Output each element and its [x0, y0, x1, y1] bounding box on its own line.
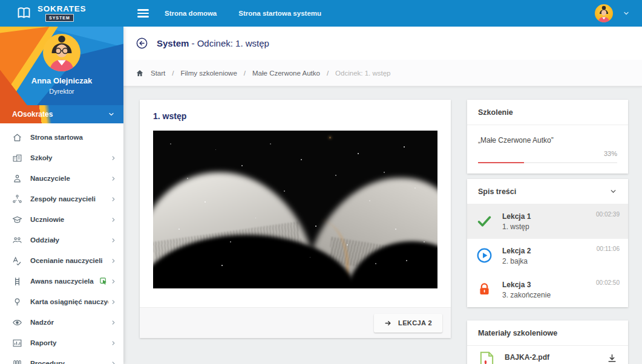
lesson-item-subtitle: 1. wstęp [502, 223, 529, 231]
sidebar-item-karta-osiągnięć-nauczycieli[interactable]: Karta osiągnięć nauczycieli [0, 291, 123, 312]
next-lesson-button[interactable]: LEKCJA 2 [374, 314, 442, 333]
sidebar: Anna Olejniczak Dyrektor AOsokrates Stro… [0, 27, 123, 364]
menu-toggle-button[interactable] [137, 9, 149, 18]
video-sparkle [335, 175, 336, 176]
video-sparkle [424, 241, 425, 242]
sidebar-item-zespoły-nauczycieli[interactable]: Zespoły nauczycieli [0, 189, 123, 209]
columns-icon [12, 359, 22, 364]
sidebar-item-strona-startowa[interactable]: Strona startowa [0, 127, 123, 148]
page-title: System - Odcinek: 1. wstęp [157, 38, 269, 48]
sidebar-item-procedury[interactable]: Procedury [0, 353, 123, 364]
breadcrumb-item[interactable]: Małe Czerwone Autko [252, 70, 320, 77]
video-sparkle [270, 143, 271, 145]
sidebar-item-label: Szkoły [30, 154, 108, 161]
profile-panel: Anna Olejniczak Dyrektor [0, 27, 123, 105]
sidebar-item-awans-nauczyciela[interactable]: Awans nauczyciela [0, 271, 123, 291]
back-icon[interactable] [136, 37, 148, 50]
profile-role: Dyrektor [0, 88, 123, 95]
breadcrumb: Start/Filmy szkoleniowe/Małe Czerwone Au… [123, 60, 642, 86]
chevron-right-icon [111, 217, 116, 223]
app-window: SOKRATES SYSTEM Strona domowaStrona star… [0, 0, 642, 364]
video-player[interactable] [153, 131, 437, 288]
open-book-logo-icon [16, 6, 32, 21]
video-sparkle [404, 146, 405, 148]
profile-avatar[interactable] [43, 34, 80, 71]
video-sparkle [384, 172, 385, 173]
topnav-link[interactable]: Strona startowa systemu [238, 10, 321, 17]
sidebar-item-ocenianie-nauczycieli[interactable]: Ocenianie nauczycieli [0, 250, 123, 271]
lock-icon [476, 281, 493, 297]
team-icon [12, 194, 22, 204]
lesson-item-title: Lekcja 1 [502, 212, 531, 221]
lesson-item-subtitle: 3. zakończenie [502, 291, 551, 299]
brand-name: SOKRATES [38, 5, 86, 13]
video-sparkle [241, 165, 243, 166]
breadcrumb-separator: / [172, 70, 174, 77]
groups-icon [12, 235, 22, 245]
topbar-user-area [595, 4, 642, 22]
chevron-right-icon [111, 340, 116, 346]
check-icon [476, 213, 493, 229]
home-icon[interactable] [136, 69, 144, 77]
chevron-right-icon [111, 361, 116, 364]
toc-lesson-item[interactable]: Lekcja 22. bajka00:11:06 [467, 239, 628, 273]
grading-icon [12, 256, 22, 266]
sidebar-item-label: Uczniowie [30, 216, 108, 223]
sidebar-item-nadzór[interactable]: Nadzór [0, 312, 123, 333]
sidebar-item-raporty[interactable]: Raporty [0, 333, 123, 353]
sidebar-item-label: Ocenianie nauczycieli [30, 257, 108, 264]
sidebar-item-label: Procedury [30, 360, 108, 364]
table-of-contents-card: Spis treści Lekcja 11. wstęp00:02:39Lekc… [467, 179, 628, 307]
lesson-item-duration: 00:02:39 [596, 211, 620, 218]
chevron-down-icon[interactable] [609, 187, 617, 195]
download-icon[interactable] [607, 353, 617, 363]
profile-name: Anna Olejniczak [0, 76, 123, 85]
school-building-icon [12, 153, 22, 163]
topnav-link[interactable]: Strona domowa [165, 10, 217, 17]
toc-lesson-item[interactable]: Lekcja 11. wstęp00:02:39 [467, 204, 628, 239]
user-avatar[interactable] [595, 4, 613, 22]
account-name: AOsokrates [12, 110, 53, 119]
next-lesson-label: LEKCJA 2 [398, 319, 432, 327]
sidebar-item-oddziały[interactable]: Oddziały [0, 230, 123, 250]
right-column: Szkolenie „Małe Czerwone Autko” 33% Spis… [467, 86, 628, 364]
page-header: System - Odcinek: 1. wstęp [123, 27, 642, 60]
graduation-cap-icon [12, 215, 22, 225]
material-file-item[interactable]: BAJKA-2.pdfRozmiar: 65,66 kB [467, 346, 628, 364]
sidebar-item-uczniowie[interactable]: Uczniowie [0, 209, 123, 230]
lesson-card: 1. wstęp LEKCJA 2 [140, 100, 451, 338]
breadcrumb-item[interactable]: Start [151, 70, 165, 77]
video-sparkle [315, 226, 316, 227]
chevron-right-icon [111, 238, 116, 243]
sidebar-item-szkoły[interactable]: Szkoły [0, 148, 123, 168]
report-chart-icon [12, 338, 22, 348]
toc-card-header: Spis treści [467, 179, 628, 204]
toc-header-label: Spis treści [478, 187, 516, 196]
lesson-card-footer: LEKCJA 2 [140, 307, 451, 338]
materials-card: Materiały szkoleniowe BAJKA-2.pdfRozmiar… [467, 320, 628, 364]
materials-header-label: Materiały szkoleniowe [478, 329, 557, 337]
toc-lesson-item[interactable]: Lekcja 33. zakończenie00:02:50 [467, 273, 628, 307]
materials-list: BAJKA-2.pdfRozmiar: 65,66 kB [467, 346, 628, 364]
topbar: SOKRATES SYSTEM Strona domowaStrona star… [0, 0, 642, 27]
chevron-right-icon [111, 197, 116, 202]
video-sparkle [375, 263, 376, 264]
training-name: „Małe Czerwone Autko” [478, 136, 554, 145]
sidebar-item-label: Nadzór [30, 319, 108, 326]
video-sparkle [221, 265, 223, 266]
account-bar[interactable]: AOsokrates [0, 105, 123, 123]
lesson-item-subtitle: 2. bajka [502, 257, 528, 265]
sidebar-item-nauczyciele[interactable]: Nauczyciele [0, 168, 123, 189]
sidebar-item-label: Strona startowa [30, 134, 123, 141]
video-sparkle [301, 159, 302, 160]
chevron-right-icon [111, 258, 116, 264]
play-icon [476, 247, 493, 264]
sidebar-item-label: Awans nauczyciela [30, 278, 96, 285]
breadcrumb-item[interactable]: Filmy szkoleniowe [181, 70, 237, 77]
brand-logo[interactable]: SOKRATES SYSTEM [0, 5, 123, 22]
video-sparkle [310, 257, 310, 258]
video-sparkle [358, 153, 359, 154]
chevron-down-icon[interactable] [623, 10, 630, 17]
training-card: Szkolenie „Małe Czerwone Autko” 33% [467, 100, 628, 174]
content-area: 1. wstęp LEKCJA 2 [123, 86, 642, 364]
